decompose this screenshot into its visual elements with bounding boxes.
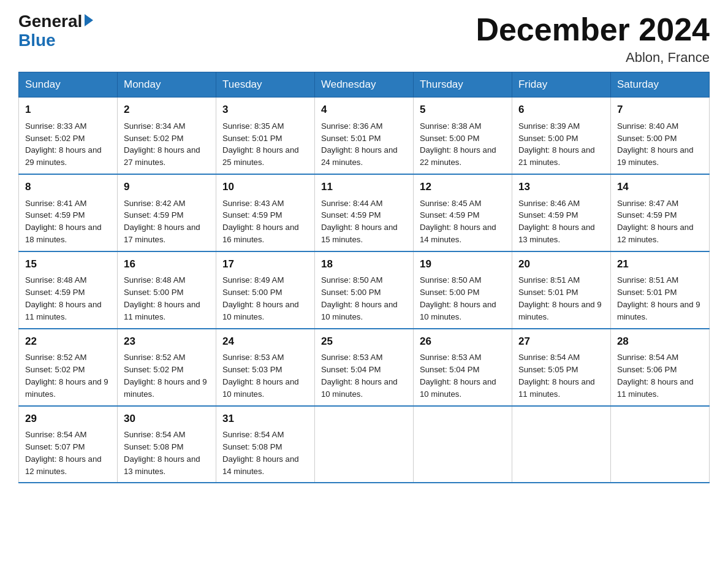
calendar-day-cell: 12Sunrise: 8:45 AMSunset: 4:59 PMDayligh… xyxy=(413,174,512,251)
day-of-week-header: Thursday xyxy=(413,72,512,98)
calendar-day-cell: 24Sunrise: 8:53 AMSunset: 5:03 PMDayligh… xyxy=(216,329,314,406)
day-number: 20 xyxy=(518,257,604,272)
calendar-day-cell: 3Sunrise: 8:35 AMSunset: 5:01 PMDaylight… xyxy=(216,98,314,174)
calendar-day-cell: 10Sunrise: 8:43 AMSunset: 4:59 PMDayligh… xyxy=(216,174,314,251)
calendar-day-cell: 18Sunrise: 8:50 AMSunset: 5:00 PMDayligh… xyxy=(314,251,413,329)
calendar-day-cell: 30Sunrise: 8:54 AMSunset: 5:08 PMDayligh… xyxy=(117,406,216,483)
day-number: 9 xyxy=(124,180,210,195)
calendar-day-cell: 14Sunrise: 8:47 AMSunset: 4:59 PMDayligh… xyxy=(610,174,709,251)
day-number: 12 xyxy=(420,180,506,195)
calendar-day-cell: 2Sunrise: 8:34 AMSunset: 5:02 PMDaylight… xyxy=(117,98,216,174)
day-number: 26 xyxy=(420,334,506,350)
calendar-day-cell: 21Sunrise: 8:51 AMSunset: 5:01 PMDayligh… xyxy=(610,251,709,329)
logo-blue-text: Blue xyxy=(18,31,56,50)
page-header: General Blue December 2024 Ablon, France xyxy=(18,12,710,66)
day-number: 1 xyxy=(25,102,111,118)
day-number: 2 xyxy=(124,102,210,118)
day-number: 29 xyxy=(25,412,111,427)
calendar-day-cell: 11Sunrise: 8:44 AMSunset: 4:59 PMDayligh… xyxy=(314,174,413,251)
month-title: December 2024 xyxy=(476,12,710,47)
day-info: Sunrise: 8:40 AMSunset: 5:00 PMDaylight:… xyxy=(617,120,703,169)
day-number: 11 xyxy=(321,180,407,195)
calendar-day-cell xyxy=(314,406,413,483)
day-number: 14 xyxy=(617,180,703,195)
day-info: Sunrise: 8:38 AMSunset: 5:00 PMDaylight:… xyxy=(420,120,506,169)
day-info: Sunrise: 8:35 AMSunset: 5:01 PMDaylight:… xyxy=(222,120,308,169)
day-info: Sunrise: 8:50 AMSunset: 5:00 PMDaylight:… xyxy=(321,274,407,323)
day-info: Sunrise: 8:45 AMSunset: 4:59 PMDaylight:… xyxy=(420,197,506,246)
day-number: 27 xyxy=(518,334,604,350)
day-number: 24 xyxy=(222,334,308,350)
logo-arrow-icon xyxy=(85,14,93,26)
calendar-day-cell: 25Sunrise: 8:53 AMSunset: 5:04 PMDayligh… xyxy=(314,329,413,406)
day-info: Sunrise: 8:54 AMSunset: 5:05 PMDaylight:… xyxy=(518,351,604,400)
calendar-day-cell: 9Sunrise: 8:42 AMSunset: 4:59 PMDaylight… xyxy=(117,174,216,251)
day-info: Sunrise: 8:48 AMSunset: 5:00 PMDaylight:… xyxy=(124,274,210,323)
day-info: Sunrise: 8:53 AMSunset: 5:04 PMDaylight:… xyxy=(321,351,407,400)
day-info: Sunrise: 8:46 AMSunset: 4:59 PMDaylight:… xyxy=(518,197,604,246)
calendar-day-cell: 17Sunrise: 8:49 AMSunset: 5:00 PMDayligh… xyxy=(216,251,314,329)
day-info: Sunrise: 8:43 AMSunset: 4:59 PMDaylight:… xyxy=(222,197,308,246)
calendar-day-cell: 6Sunrise: 8:39 AMSunset: 5:00 PMDaylight… xyxy=(512,98,610,174)
calendar-day-cell: 23Sunrise: 8:52 AMSunset: 5:02 PMDayligh… xyxy=(117,329,216,406)
day-info: Sunrise: 8:34 AMSunset: 5:02 PMDaylight:… xyxy=(124,120,210,169)
calendar-day-cell: 31Sunrise: 8:54 AMSunset: 5:08 PMDayligh… xyxy=(216,406,314,483)
calendar-week-row: 29Sunrise: 8:54 AMSunset: 5:07 PMDayligh… xyxy=(19,406,710,483)
day-info: Sunrise: 8:54 AMSunset: 5:07 PMDaylight:… xyxy=(25,429,111,477)
day-number: 23 xyxy=(124,334,210,350)
day-info: Sunrise: 8:53 AMSunset: 5:03 PMDaylight:… xyxy=(222,351,308,400)
calendar-day-cell: 26Sunrise: 8:53 AMSunset: 5:04 PMDayligh… xyxy=(413,329,512,406)
day-info: Sunrise: 8:54 AMSunset: 5:08 PMDaylight:… xyxy=(222,429,308,477)
calendar-day-cell: 15Sunrise: 8:48 AMSunset: 4:59 PMDayligh… xyxy=(19,251,118,329)
calendar-day-cell xyxy=(413,406,512,483)
day-number: 3 xyxy=(222,102,308,118)
day-number: 30 xyxy=(124,412,210,427)
day-info: Sunrise: 8:51 AMSunset: 5:01 PMDaylight:… xyxy=(518,274,604,323)
day-info: Sunrise: 8:54 AMSunset: 5:06 PMDaylight:… xyxy=(617,351,703,400)
calendar-week-row: 1Sunrise: 8:33 AMSunset: 5:02 PMDaylight… xyxy=(19,98,710,174)
calendar-day-cell: 4Sunrise: 8:36 AMSunset: 5:01 PMDaylight… xyxy=(314,98,413,174)
day-of-week-header: Tuesday xyxy=(216,72,314,98)
day-number: 4 xyxy=(321,102,407,118)
day-info: Sunrise: 8:41 AMSunset: 4:59 PMDaylight:… xyxy=(25,197,111,246)
day-info: Sunrise: 8:52 AMSunset: 5:02 PMDaylight:… xyxy=(124,351,210,400)
day-number: 15 xyxy=(25,257,111,272)
day-number: 10 xyxy=(222,180,308,195)
calendar-day-cell: 7Sunrise: 8:40 AMSunset: 5:00 PMDaylight… xyxy=(610,98,709,174)
day-number: 8 xyxy=(25,180,111,195)
day-number: 25 xyxy=(321,334,407,350)
day-info: Sunrise: 8:44 AMSunset: 4:59 PMDaylight:… xyxy=(321,197,407,246)
calendar-day-cell: 16Sunrise: 8:48 AMSunset: 5:00 PMDayligh… xyxy=(117,251,216,329)
day-of-week-header: Monday xyxy=(117,72,216,98)
day-number: 17 xyxy=(222,257,308,272)
calendar-day-cell xyxy=(512,406,610,483)
day-info: Sunrise: 8:33 AMSunset: 5:02 PMDaylight:… xyxy=(25,120,111,169)
calendar-day-cell: 22Sunrise: 8:52 AMSunset: 5:02 PMDayligh… xyxy=(19,329,118,406)
day-info: Sunrise: 8:36 AMSunset: 5:01 PMDaylight:… xyxy=(321,120,407,169)
day-info: Sunrise: 8:54 AMSunset: 5:08 PMDaylight:… xyxy=(124,429,210,477)
calendar-day-cell: 19Sunrise: 8:50 AMSunset: 5:00 PMDayligh… xyxy=(413,251,512,329)
day-of-week-header: Saturday xyxy=(610,72,709,98)
calendar-day-cell: 20Sunrise: 8:51 AMSunset: 5:01 PMDayligh… xyxy=(512,251,610,329)
day-number: 13 xyxy=(518,180,604,195)
day-number: 18 xyxy=(321,257,407,272)
day-number: 21 xyxy=(617,257,703,272)
calendar-day-cell: 28Sunrise: 8:54 AMSunset: 5:06 PMDayligh… xyxy=(610,329,709,406)
calendar-day-cell: 1Sunrise: 8:33 AMSunset: 5:02 PMDaylight… xyxy=(19,98,118,174)
calendar-day-cell xyxy=(610,406,709,483)
location: Ablon, France xyxy=(476,50,710,66)
day-of-week-header: Wednesday xyxy=(314,72,413,98)
day-info: Sunrise: 8:51 AMSunset: 5:01 PMDaylight:… xyxy=(617,274,703,323)
day-of-week-header: Friday xyxy=(512,72,610,98)
day-number: 7 xyxy=(617,102,703,118)
title-block: December 2024 Ablon, France xyxy=(476,12,710,66)
day-info: Sunrise: 8:48 AMSunset: 4:59 PMDaylight:… xyxy=(25,274,111,323)
day-info: Sunrise: 8:42 AMSunset: 4:59 PMDaylight:… xyxy=(124,197,210,246)
calendar-week-row: 8Sunrise: 8:41 AMSunset: 4:59 PMDaylight… xyxy=(19,174,710,251)
day-info: Sunrise: 8:39 AMSunset: 5:00 PMDaylight:… xyxy=(518,120,604,169)
day-info: Sunrise: 8:47 AMSunset: 4:59 PMDaylight:… xyxy=(617,197,703,246)
day-number: 6 xyxy=(518,102,604,118)
logo: General Blue xyxy=(18,12,93,50)
logo-general-text: General xyxy=(18,12,82,31)
calendar-table: SundayMondayTuesdayWednesdayThursdayFrid… xyxy=(18,72,710,483)
